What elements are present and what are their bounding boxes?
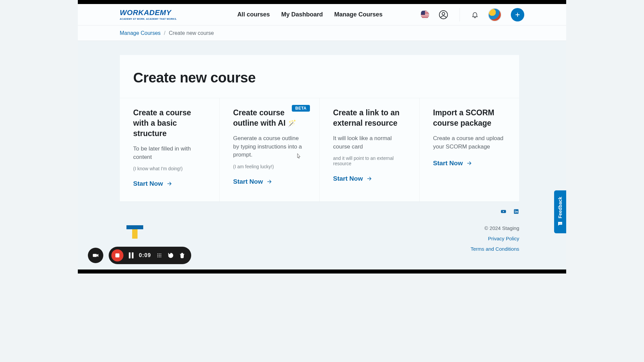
restart-icon[interactable] [168, 252, 174, 258]
option-desc: It will look like a normal course card [333, 134, 406, 151]
svg-point-13 [157, 255, 158, 256]
logo-tagline: ACADEMY AT WORK. ACADEMY THAT WORKS. [120, 18, 177, 20]
breadcrumb-separator: / [164, 30, 165, 36]
option-note: and it will point to an external resourc… [333, 156, 406, 166]
options-row: Create a course with a basic structure T… [120, 98, 519, 201]
svg-point-0 [439, 10, 448, 19]
start-label: Start Now [133, 180, 163, 187]
arrow-right-icon [366, 176, 372, 182]
svg-point-16 [157, 256, 158, 257]
screen-recorder: 0:09 [88, 247, 191, 264]
grid-icon[interactable] [156, 252, 162, 258]
page-title: Create new course [120, 55, 519, 98]
start-now-button[interactable]: Start Now [133, 180, 172, 187]
main-nav: All courses My Dashboard Manage Courses [237, 11, 382, 18]
option-basic-structure[interactable]: Create a course with a basic structure T… [120, 98, 220, 201]
notifications-icon[interactable] [471, 11, 479, 18]
option-title: Create a course with a basic structure [133, 108, 206, 139]
avatar[interactable] [488, 8, 501, 21]
footer-logo-icon [126, 225, 143, 239]
svg-point-7 [560, 223, 561, 224]
svg-point-18 [160, 256, 161, 257]
option-desc: Generate a course outline by typing inst… [233, 134, 306, 159]
svg-point-17 [159, 256, 160, 257]
feedback-tab[interactable]: Feedback [554, 190, 566, 233]
breadcrumb-current: Create new course [169, 30, 214, 36]
recorder-bar: 0:09 [109, 247, 191, 264]
arrow-right-icon [166, 181, 172, 187]
option-note: (I know what I'm doing!) [133, 166, 206, 171]
recorder-time: 0:09 [139, 252, 151, 258]
svg-point-14 [159, 255, 160, 256]
svg-rect-9 [93, 254, 97, 257]
logo-text: WORKADEMY [120, 9, 171, 16]
nav-manage-courses[interactable]: Manage Courses [334, 11, 382, 18]
start-label: Start Now [433, 160, 463, 167]
nav-my-dashboard[interactable]: My Dashboard [281, 11, 323, 18]
svg-point-10 [157, 253, 158, 254]
start-now-button[interactable]: Start Now [333, 175, 372, 182]
svg-point-8 [561, 223, 561, 224]
breadcrumb-parent[interactable]: Manage Courses [120, 30, 161, 36]
svg-point-11 [159, 253, 160, 254]
option-ai-outline[interactable]: BETA Create course outline with AI 🪄 Gen… [220, 98, 320, 201]
svg-point-12 [160, 253, 161, 254]
arrow-right-icon [466, 160, 472, 166]
create-course-card: Create new course Create a course with a… [120, 55, 519, 201]
option-scorm-import[interactable]: Import a SCORM course package Create a c… [420, 98, 519, 201]
start-now-button[interactable]: Start Now [233, 178, 272, 185]
footer-copyright: © 2024 Staging [471, 225, 519, 231]
language-flag-icon[interactable] [421, 10, 429, 19]
option-desc: Create a course and upload your SCORM pa… [433, 134, 506, 151]
logo[interactable]: WORKADEMY ACADEMY AT WORK. ACADEMY THAT … [120, 9, 177, 20]
nav-all-courses[interactable]: All courses [237, 11, 270, 18]
chat-icon [557, 221, 563, 227]
account-icon[interactable] [439, 10, 448, 19]
svg-point-5 [515, 210, 516, 211]
start-label: Start Now [333, 175, 363, 182]
breadcrumb: Manage Courses / Create new course [78, 25, 566, 41]
arrow-right-icon [266, 179, 272, 185]
footer-privacy-link[interactable]: Privacy Policy [471, 236, 519, 241]
svg-point-6 [559, 223, 560, 224]
option-desc: To be later filled in with content [133, 145, 206, 161]
pause-button[interactable] [129, 252, 133, 258]
svg-point-15 [160, 255, 161, 256]
option-title: Create a link to an external resource [333, 108, 406, 128]
wand-icon: 🪄 [288, 120, 296, 127]
plus-icon [515, 12, 521, 18]
add-button[interactable] [511, 8, 524, 21]
option-title: Import a SCORM course package [433, 108, 506, 128]
main-area: Create new course Create a course with a… [78, 41, 566, 269]
stop-button[interactable] [111, 249, 123, 261]
option-external-link[interactable]: Create a link to an external resource It… [320, 98, 420, 201]
camera-button[interactable] [88, 248, 103, 263]
header-actions [421, 8, 524, 21]
header: WORKADEMY ACADEMY AT WORK. ACADEMY THAT … [78, 4, 566, 25]
svg-point-1 [442, 12, 445, 15]
trash-icon[interactable] [179, 252, 185, 258]
start-label: Start Now [233, 178, 263, 185]
beta-badge: BETA [292, 105, 310, 112]
feedback-label: Feedback [557, 197, 563, 219]
footer-terms-link[interactable]: Terms and Conditions [471, 246, 519, 252]
option-note: (I am feeling lucky!) [233, 164, 306, 169]
camera-icon [92, 252, 99, 259]
divider [460, 8, 460, 21]
start-now-button[interactable]: Start Now [433, 160, 472, 167]
